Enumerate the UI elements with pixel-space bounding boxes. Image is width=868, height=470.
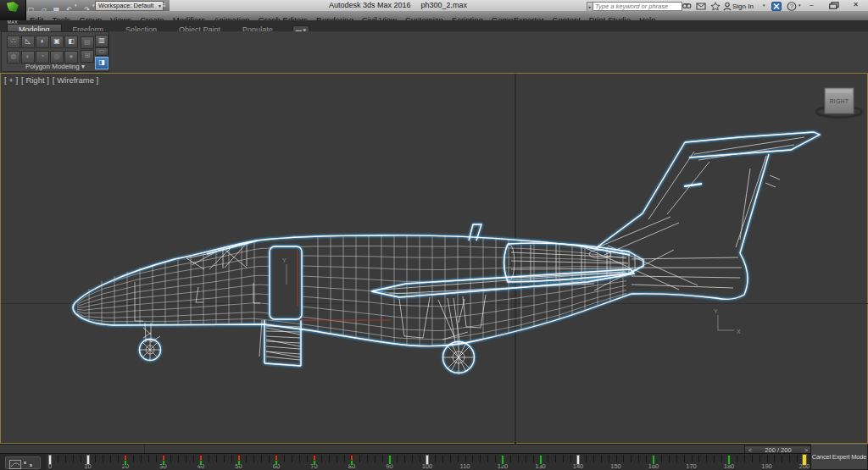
border-mode-button[interactable]: ◗ xyxy=(36,36,49,48)
keyframe-50[interactable] xyxy=(237,455,241,466)
selection-outline xyxy=(73,132,820,373)
keyframe-180[interactable] xyxy=(727,455,731,465)
red-edge-highlights xyxy=(298,250,391,320)
ruler-tick xyxy=(480,455,481,462)
ruler-tick xyxy=(450,455,451,462)
restore-button[interactable] xyxy=(829,2,839,9)
time-slider[interactable] xyxy=(802,454,807,466)
ruler-tick xyxy=(186,455,186,462)
mini-curve-editor-button[interactable] xyxy=(5,456,41,469)
shaded-faces-button[interactable]: ◎ xyxy=(50,51,64,64)
help-icon[interactable]: ? xyxy=(787,2,797,11)
keyframe-160[interactable] xyxy=(652,455,655,465)
keyframe-80[interactable] xyxy=(350,455,353,466)
a360-exchange-icon[interactable] xyxy=(771,2,782,11)
preview-subobj-button[interactable]: ◐ xyxy=(21,51,35,64)
keyframe-120[interactable] xyxy=(501,455,504,465)
viewcube[interactable]: RIGHT xyxy=(816,88,862,118)
keyframe-10[interactable] xyxy=(86,455,90,465)
keyframe-0[interactable] xyxy=(48,455,52,465)
ruler-tick xyxy=(118,455,119,462)
ruler-tick xyxy=(487,455,488,462)
viewcube-face-label[interactable]: RIGHT xyxy=(830,98,849,104)
show-end-result-button[interactable]: ⊞ xyxy=(81,50,94,63)
search-input[interactable] xyxy=(593,2,682,11)
ruler-tick xyxy=(706,455,707,462)
ruler-tick xyxy=(472,455,473,462)
favorites-star-icon[interactable] xyxy=(710,2,721,11)
ruler-tick xyxy=(623,455,624,462)
keyframe-90[interactable] xyxy=(388,455,392,465)
viewport-menu-pov[interactable]: [ Right ] xyxy=(21,75,49,85)
ruler-tick xyxy=(631,455,632,462)
viewport-menu-general[interactable]: [ + ] xyxy=(4,75,18,85)
keyframe-130[interactable] xyxy=(539,455,542,465)
ruler-tick xyxy=(510,455,511,462)
keyframe-60[interactable] xyxy=(275,455,278,466)
ruler-tick xyxy=(73,455,74,462)
ruler-tick xyxy=(714,455,715,462)
cancel-expert-mode-button[interactable]: Cancel Expert Mode xyxy=(810,444,868,470)
keyframe-100[interactable] xyxy=(426,455,429,465)
aircraft-wireframe[interactable]: Y Y X RIGHT xyxy=(73,88,862,373)
close-button[interactable]: ✕ xyxy=(849,1,862,9)
keyframe-20[interactable] xyxy=(124,455,127,466)
ruler-tick xyxy=(58,455,58,462)
ruler-tick xyxy=(284,455,285,462)
keyframe-140[interactable] xyxy=(576,455,580,465)
wireframe-details xyxy=(135,137,804,373)
ruler-tick xyxy=(774,455,775,462)
search-icon[interactable] xyxy=(682,2,692,11)
workspace-label: Workspace: Default xyxy=(98,2,153,9)
element-mode-button[interactable]: ◧ xyxy=(64,36,78,48)
keyframe-70[interactable] xyxy=(313,455,316,466)
sign-in-caret-icon[interactable]: ▾ xyxy=(763,3,765,8)
ruler-tick xyxy=(170,455,171,462)
help-caret-icon[interactable]: ▾ xyxy=(798,3,801,8)
minimize-button[interactable]: – xyxy=(805,1,818,9)
viewport-canvas[interactable]: Y Y X RIGHT xyxy=(1,74,868,445)
ruler-tick xyxy=(193,455,194,462)
user-icon[interactable] xyxy=(722,2,732,11)
collapse-stack-button[interactable]: ▭ xyxy=(95,47,108,56)
timeline-ruler[interactable]: 0102030405060708090100110120130140150160… xyxy=(46,454,809,470)
viewport-label: [ + ][ Right ][ Wireframe ] xyxy=(4,75,98,85)
communication-center-icon[interactable] xyxy=(696,2,706,11)
viewport-menu-shading[interactable]: [ Wireframe ] xyxy=(53,75,98,85)
ruler-tick xyxy=(797,455,798,462)
workspace-selector[interactable]: Workspace: Default ▼ xyxy=(95,1,164,11)
ruler-tick xyxy=(261,455,262,462)
ruler-tick xyxy=(375,455,376,462)
app-title: Autodesk 3ds Max 2016 xyxy=(329,1,411,10)
ruler-tick xyxy=(616,455,617,462)
preview-multi-button[interactable]: ◔ xyxy=(36,51,49,64)
viewport[interactable]: [ + ][ Right ][ Wireframe ] xyxy=(0,73,868,444)
frame-label-110: 110 xyxy=(457,462,474,470)
ruler-tick xyxy=(329,455,330,462)
ruler-tick xyxy=(359,455,360,462)
ruler-tick xyxy=(224,455,225,462)
toolbar-overflow-button[interactable]: ≡ xyxy=(162,2,166,9)
pin-stack-button[interactable]: ▤ xyxy=(81,36,94,49)
curve-editor-icon xyxy=(9,460,36,469)
preview-off-button[interactable]: ◍ xyxy=(7,51,20,64)
track-bar: 0102030405060708090100110120130140150160… xyxy=(0,453,868,470)
application-menu-button[interactable]: MAX xyxy=(0,0,26,20)
vertex-mode-button[interactable]: ∴ xyxy=(7,36,20,48)
ruler-tick xyxy=(246,455,247,462)
ruler-tick xyxy=(609,455,609,462)
keyframe-40[interactable] xyxy=(199,455,203,466)
ruler-tick xyxy=(420,455,420,462)
polygon-mode-button[interactable]: ▣ xyxy=(50,36,64,48)
panel-title[interactable]: Polygon Modeling ▾ xyxy=(2,63,108,70)
viewcube-face-highlight xyxy=(826,90,852,93)
edge-mode-button[interactable]: ◺ xyxy=(21,36,35,48)
frame-label-190: 190 xyxy=(759,462,776,470)
keyframe-30[interactable] xyxy=(162,455,165,466)
ruler-tick xyxy=(721,455,722,462)
soft-selection-button[interactable]: ● xyxy=(64,51,78,64)
document-title: ph300_2.max xyxy=(421,1,468,10)
sign-in-button[interactable]: Sign In xyxy=(732,2,754,11)
undo-dropdown-caret-icon[interactable]: ▾ xyxy=(75,0,80,10)
modify-mode-button[interactable]: ▥ xyxy=(95,35,108,47)
